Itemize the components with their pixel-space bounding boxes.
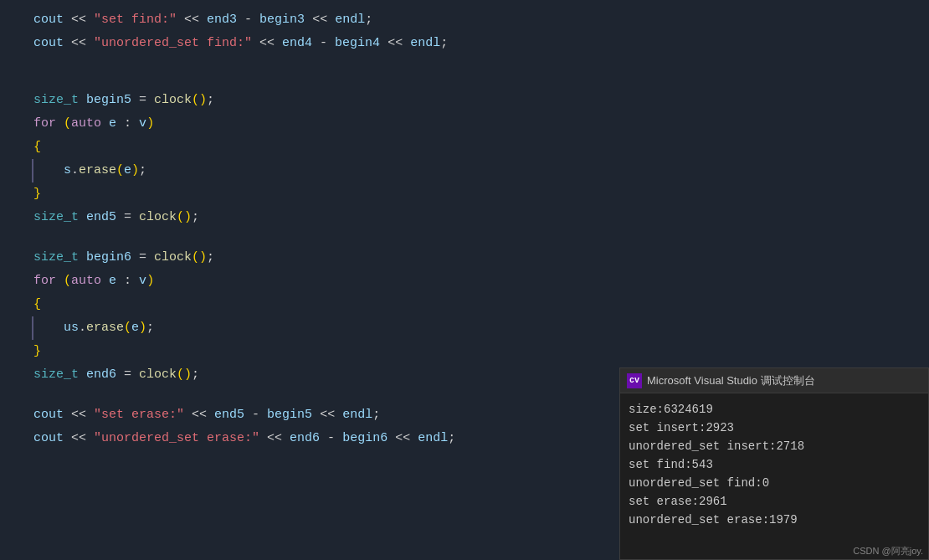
code-line-4: [0, 72, 929, 89]
code-line-9: }: [0, 182, 929, 206]
code-line-7: {: [0, 136, 929, 159]
code-line-2: cout << "unordered_set find:" << end4 - …: [0, 32, 929, 55]
console-line-0: size:6324619: [629, 400, 920, 419]
console-footer: CSDN @阿亮joy.: [853, 545, 923, 557]
code-line-15: us . erase ( e ) ;: [0, 316, 929, 340]
code-line-11: [0, 229, 929, 246]
code-line-1: cout << "set find:" << end3 - begin3 << …: [0, 8, 929, 32]
code-line-16: }: [0, 340, 929, 363]
console-title: Microsoft Visual Studio 调试控制台: [647, 373, 815, 388]
console-line-1: set insert:2923: [629, 419, 920, 437]
console-line-6: unordered_set erase:1979: [629, 511, 920, 529]
code-line-12: size_t begin6 = clock ( ) ;: [0, 246, 929, 270]
console-titlebar: cv Microsoft Visual Studio 调试控制台: [620, 368, 928, 393]
code-line-10: size_t end5 = clock ( ) ;: [0, 206, 929, 229]
console-line-4: unordered_set find:0: [629, 474, 920, 492]
console-line-5: set erase:2961: [629, 492, 920, 511]
console-panel: cv Microsoft Visual Studio 调试控制台 size:63…: [619, 367, 929, 560]
code-line-14: {: [0, 293, 929, 316]
console-line-2: unordered_set insert:2718: [629, 437, 920, 455]
code-line-8: s . erase ( e ) ;: [0, 159, 929, 182]
code-line-5: size_t begin5 = clock ( ) ;: [0, 89, 929, 112]
code-line-13: for ( auto e : v ): [0, 270, 929, 293]
code-line-6: for ( auto e : v ): [0, 112, 929, 136]
console-icon: cv: [627, 373, 642, 388]
code-line-3: [0, 55, 929, 72]
code-token: cout: [33, 9, 64, 31]
console-body: size:6324619 set insert:2923 unordered_s…: [620, 393, 928, 536]
console-line-3: set find:543: [629, 455, 920, 474]
